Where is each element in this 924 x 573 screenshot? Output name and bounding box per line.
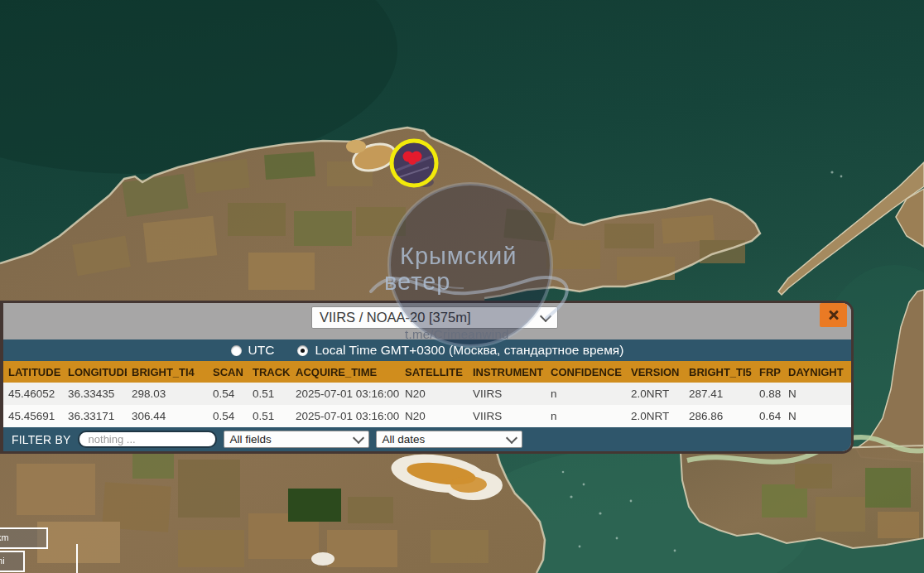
- table-row: 45.4605236.33435298.030.540.512025-07-01…: [3, 383, 851, 405]
- table-cell: 0.51: [248, 405, 291, 427]
- table-cell: 0.54: [208, 383, 248, 405]
- table-cell: N: [783, 405, 851, 427]
- table-cell: VIIRS: [468, 405, 546, 427]
- chevron-down-icon: [505, 431, 517, 443]
- table-cell: 45.45691: [3, 405, 63, 427]
- table-header-row: LATITUDELONGITUDEBRIGHT_TI4SCANTRACKACQU…: [3, 361, 851, 383]
- local-time-radio[interactable]: [297, 345, 308, 356]
- column-header: INSTRUMENT: [468, 361, 546, 383]
- table-cell: 36.33435: [63, 383, 127, 405]
- table-cell: 0.64: [754, 405, 783, 427]
- column-header: LONGITUDE: [63, 361, 127, 383]
- chevron-down-icon: [540, 310, 551, 321]
- time-toggle-row: UTC Local Time GMT+0300 (Москва, стандар…: [3, 339, 851, 361]
- table-cell: 2025-07-01 03:16:00: [291, 405, 400, 427]
- utc-radio-label[interactable]: UTC: [248, 343, 275, 358]
- map-scale-tick: [76, 544, 78, 573]
- column-header: TRACK: [248, 361, 291, 383]
- close-button[interactable]: [820, 303, 847, 327]
- column-header: SCAN: [208, 361, 248, 383]
- table-row: 45.4569136.33171306.440.540.512025-07-01…: [3, 405, 851, 427]
- map-scale-mi: mi: [0, 551, 25, 572]
- filter-field-select[interactable]: All fields: [224, 431, 369, 448]
- filter-field-select-value: All fields: [230, 433, 272, 445]
- local-time-radio-label[interactable]: Local Time GMT+0300 (Москва, стандартное…: [315, 343, 623, 358]
- filter-date-select[interactable]: All dates: [376, 431, 522, 448]
- table-cell: 0.51: [248, 383, 291, 405]
- table-cell: n: [546, 405, 626, 427]
- filter-label: FILTER BY: [12, 433, 71, 446]
- table-cell: 2.0NRT: [626, 405, 684, 427]
- table-cell: N: [783, 383, 851, 405]
- table-cell: N20: [400, 405, 468, 427]
- filter-bar: FILTER BY All fields All dates: [3, 427, 851, 451]
- sensor-select[interactable]: VIIRS / NOAA-20 [375m]: [311, 306, 558, 329]
- forest-patch: [288, 489, 341, 522]
- table-cell: VIIRS: [468, 383, 546, 405]
- table-cell: 298.03: [127, 383, 208, 405]
- table-cell: 0.54: [208, 405, 248, 427]
- small-salt-pond: [311, 552, 334, 566]
- table-cell: 2025-07-01 03:16:00: [291, 383, 400, 405]
- column-header: SATELLITE: [400, 361, 468, 383]
- column-header: ACQUIRE_TIME: [291, 361, 400, 383]
- table-cell: N20: [400, 383, 468, 405]
- table-cell: 0.88: [754, 383, 783, 405]
- fire-data-panel: VIIRS / NOAA-20 [375m] UTC Local Time GM…: [0, 301, 854, 454]
- column-header: CONFIDENCE: [546, 361, 626, 383]
- column-header: LATITUDE: [3, 361, 63, 383]
- column-header: BRIGHT_TI4: [127, 361, 208, 383]
- column-header: DAYNIGHT: [783, 361, 851, 383]
- map-scale-km: km: [0, 527, 48, 549]
- panel-header-bar: VIIRS / NOAA-20 [375m]: [3, 303, 851, 339]
- table-cell: 36.33171: [63, 405, 127, 427]
- filter-date-select-value: All dates: [383, 433, 426, 445]
- filter-input[interactable]: [78, 431, 217, 448]
- table-cell: 306.44: [127, 405, 208, 427]
- table-cell: 286.86: [684, 405, 754, 427]
- table-cell: 45.46052: [3, 383, 63, 405]
- chevron-down-icon: [352, 431, 363, 443]
- column-header: VERSION: [626, 361, 684, 383]
- radio-selected-dot: [301, 349, 305, 353]
- satellite-map[interactable]: [0, 0, 924, 573]
- table-cell: 287.41: [684, 383, 754, 405]
- table-cell: n: [546, 383, 626, 405]
- salt-lake-north-tail: [346, 140, 366, 153]
- sensor-select-value: VIIRS / NOAA-20 [375m]: [320, 310, 470, 325]
- utc-radio[interactable]: [231, 345, 242, 356]
- close-icon: [827, 309, 840, 322]
- fire-detections-table: LATITUDELONGITUDEBRIGHT_TI4SCANTRACKACQU…: [3, 361, 851, 427]
- column-header: FRP: [754, 361, 783, 383]
- column-header: BRIGHT_TI5: [684, 361, 754, 383]
- table-cell: 2.0NRT: [626, 383, 684, 405]
